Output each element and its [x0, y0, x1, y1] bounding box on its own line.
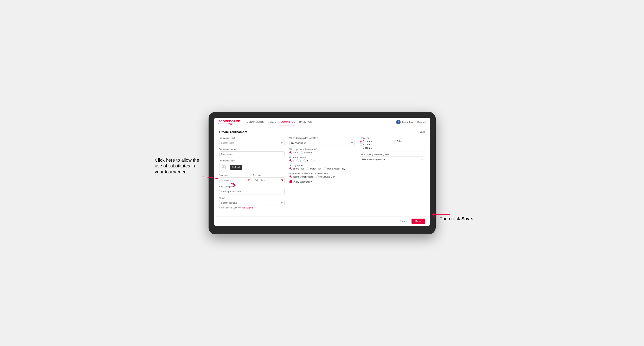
tablet-frame: SCOREBOARD Powered by clippd TOURNAMENTS…: [208, 112, 436, 234]
scoring-match[interactable]: Match Play: [307, 168, 321, 170]
nav-links: TOURNAMENTS TEAMS COMMITTEE RANKINGS: [245, 118, 396, 126]
format-other-radio[interactable]: [394, 140, 396, 143]
scoring-stroke[interactable]: Stroke Play: [290, 168, 304, 170]
venue-select[interactable]: Search golf club: [219, 200, 284, 206]
rounds-2-radio[interactable]: [296, 159, 299, 162]
rounds-2[interactable]: 2: [296, 159, 301, 162]
gender-radio-group: Mens Womens: [290, 151, 355, 154]
sign-out-link[interactable]: Sign out: [417, 121, 426, 123]
scoring-medal-radio[interactable]: [324, 168, 326, 170]
scoring-select-wrap: Select a scoring service: [360, 157, 425, 162]
allow-subs-label[interactable]: ✓ Allow substitutes?: [290, 180, 355, 183]
allow-subs-checkbox[interactable]: ✓: [290, 180, 292, 183]
save-button[interactable]: Save: [412, 219, 425, 224]
logo-placeholder: [219, 163, 228, 172]
format-6count5[interactable]: 6 count 5: [360, 147, 391, 149]
nav-committee[interactable]: COMMITTEE: [280, 118, 295, 126]
upload-button[interactable]: Upload: [230, 165, 242, 170]
svg-point-1: [223, 166, 224, 167]
event-individuals-radio[interactable]: [316, 175, 318, 178]
tournament-name-group: Tournament name: [219, 148, 284, 157]
allow-subs-group: ✓ Allow substitutes?: [290, 180, 355, 183]
venue-label: Venue: [219, 197, 284, 199]
rounds-4-radio[interactable]: [310, 159, 313, 162]
rounds-label: Number of rounds: [290, 156, 355, 159]
rounds-1-radio[interactable]: [290, 159, 292, 162]
division-group: Which division is the event for? NCAA Di…: [290, 137, 355, 146]
form-section-left: Tournament Host Tournament name Tourname…: [219, 137, 284, 211]
division-label: Which division is the event for?: [290, 137, 355, 139]
scoring-group: Scoring system Stroke Play Match Play: [290, 164, 355, 170]
format-type-label: Format type: [360, 137, 425, 139]
nav-right: B blair admin | Sign out: [396, 120, 426, 124]
avatar: B: [396, 120, 400, 124]
tournament-logo-label: Tournament logo: [219, 160, 284, 162]
tournament-host-group: Tournament Host: [219, 137, 284, 146]
gender-label: Which gender is the event for?: [290, 148, 355, 151]
nav-tournaments[interactable]: TOURNAMENTS: [245, 118, 264, 126]
allow-subs-text: Allow substitutes?: [294, 181, 312, 183]
gender-womens[interactable]: Womens: [301, 151, 313, 154]
logo-upload-area: Upload: [219, 163, 284, 172]
scoring-radio-group: Stroke Play Match Play Medal Match Play: [290, 168, 355, 170]
scoring-stroke-radio[interactable]: [290, 168, 292, 170]
format-6count4[interactable]: 6 count 4: [360, 143, 391, 146]
end-date-group: End date 📅: [253, 174, 284, 183]
rounds-3-radio[interactable]: [304, 159, 306, 162]
start-date-group: Start date 📅: [219, 174, 251, 183]
format-5count4[interactable]: 5 count 4: [360, 140, 391, 143]
scoring-service-select[interactable]: Select a scoring service: [360, 157, 425, 162]
nav-logo: SCOREBOARD Powered by clippd: [218, 120, 240, 125]
back-button[interactable]: Back: [418, 131, 425, 133]
start-date-wrap: 📅: [219, 177, 251, 183]
rounds-3[interactable]: 3: [304, 159, 308, 162]
rounds-radio-group: 1 2 3: [290, 159, 355, 162]
start-date-label: Start date: [219, 174, 251, 176]
tournament-name-input[interactable]: [219, 151, 284, 157]
gender-mens-radio[interactable]: [290, 151, 292, 154]
scoring-api-label: Use third-party live scoring API?: [360, 154, 425, 156]
gender-womens-radio[interactable]: [301, 151, 303, 154]
scoring-api-group: Use third-party live scoring API? Select…: [360, 154, 425, 162]
end-date-input[interactable]: [253, 177, 284, 183]
venue-hint: Can't find your venue? email support: [219, 207, 284, 209]
format-type-group: Format type 5 count 4 Other: [360, 137, 425, 149]
end-date-wrap: 📅: [253, 177, 284, 183]
tournament-host-input[interactable]: [219, 140, 284, 146]
email-support-link[interactable]: email support: [240, 207, 253, 209]
format-5count4-radio[interactable]: [360, 140, 362, 143]
rounds-4[interactable]: 4: [310, 159, 315, 162]
logo-text: SCOREBOARD: [218, 120, 240, 123]
end-date-label: End date: [253, 174, 284, 176]
nav-rankings[interactable]: RANKINGS: [299, 118, 312, 126]
rounds-group: Number of rounds 1 2: [290, 156, 355, 162]
date-row: Start date 📅 End date 📅: [219, 174, 284, 183]
format-6count4-radio[interactable]: [360, 143, 362, 146]
cancel-button[interactable]: Cancel: [398, 219, 410, 224]
form-section-right: Format type 5 count 4 Other: [360, 137, 425, 211]
nav-teams[interactable]: TEAMS: [268, 118, 276, 126]
gender-mens[interactable]: Mens: [290, 151, 298, 154]
annotation-left: Click here to allow the use of substitut…: [155, 157, 200, 175]
image-icon: [222, 165, 226, 169]
tournament-logo-group: Tournament logo Upload: [219, 160, 284, 172]
event-type-radio-group: Teams (+Individuals) Individuals Only: [290, 175, 355, 178]
scoring-medal[interactable]: Medal Match Play: [324, 168, 345, 170]
tablet-screen: SCOREBOARD Powered by clippd TOURNAMENTS…: [214, 118, 430, 226]
event-teams-radio[interactable]: [290, 175, 292, 178]
nav-username: blair admin: [402, 121, 413, 123]
start-date-input[interactable]: [219, 177, 251, 183]
rounds-1[interactable]: 1: [290, 159, 294, 162]
division-select[interactable]: NCAA Division I: [290, 140, 355, 146]
format-other[interactable]: Other: [394, 140, 425, 143]
format-options-grid: 5 count 4 Other 6 count 4: [360, 140, 425, 149]
event-individuals[interactable]: Individuals Only: [316, 175, 336, 178]
page-content: Create Tournament Back Tournament Host T…: [214, 127, 430, 215]
event-teams[interactable]: Teams (+Individuals): [290, 175, 314, 178]
sponsor-input[interactable]: [219, 189, 284, 194]
event-type-group: Is this event for Teams and/or Individua…: [290, 173, 355, 178]
form-grid: Tournament Host Tournament name Tourname…: [219, 137, 425, 211]
scoring-match-radio[interactable]: [307, 168, 309, 170]
form-footer: Cancel Save: [214, 216, 430, 226]
format-6count5-radio[interactable]: [360, 147, 362, 149]
